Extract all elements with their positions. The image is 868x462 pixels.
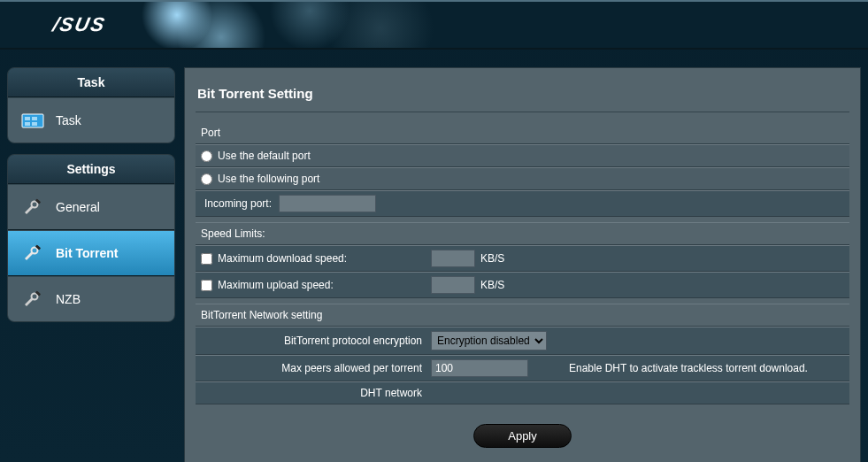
sidebar-item-label: Task: [56, 113, 81, 127]
port-following-radio[interactable]: [201, 173, 212, 185]
max-upload-label[interactable]: Maximum upload speed:: [201, 279, 422, 291]
svg-rect-2: [32, 117, 37, 120]
port-section: Port Use the default port Use the follow…: [196, 121, 849, 217]
max-peers-row: Max peers allowed per torrent Enable DHT…: [196, 355, 849, 381]
max-upload-row: Maximum upload speed: KB/S: [196, 272, 849, 298]
port-section-title: Port: [196, 121, 849, 144]
max-download-checkbox[interactable]: [201, 253, 212, 265]
incoming-port-label: Incoming port:: [201, 197, 279, 210]
port-following-row: Use the following port: [196, 167, 849, 190]
tools-icon: [20, 289, 45, 309]
max-peers-input[interactable]: [431, 359, 528, 377]
kbps-unit: KB/S: [480, 252, 504, 265]
encryption-select[interactable]: Encryption disabled: [431, 331, 547, 350]
incoming-port-input[interactable]: [279, 195, 376, 212]
max-upload-text: Maximum upload speed:: [218, 279, 334, 291]
svg-rect-4: [32, 122, 37, 126]
max-download-input[interactable]: [431, 250, 475, 267]
apply-button[interactable]: Apply: [473, 424, 572, 448]
max-upload-input[interactable]: [431, 276, 475, 294]
sidebar-item-nzb[interactable]: NZB: [8, 276, 174, 321]
settings-panel-header: Settings: [8, 155, 174, 184]
header: /SUS: [0, 0, 868, 50]
svg-point-9: [32, 294, 38, 300]
apply-row: Apply: [196, 410, 849, 448]
incoming-port-row: Incoming port:: [196, 190, 849, 217]
network-section-title: BitTorrent Network setting: [196, 304, 849, 327]
max-download-text: Maximum download speed:: [218, 252, 347, 265]
network-section: BitTorrent Network setting BitTorrent pr…: [196, 304, 849, 404]
max-download-label[interactable]: Maximum download speed:: [201, 252, 422, 265]
kbps-unit: KB/S: [480, 279, 504, 291]
settings-panel: Settings General: [7, 154, 175, 322]
port-following-text: Use the following port: [218, 173, 319, 185]
task-panel-header: Task: [8, 68, 174, 97]
max-upload-checkbox[interactable]: [201, 280, 212, 291]
body: Task Task Settings: [0, 50, 868, 462]
max-upload-cell: Maximum upload speed:: [201, 279, 431, 291]
svg-rect-3: [25, 122, 30, 126]
sidebar-item-label: NZB: [56, 292, 81, 306]
max-download-cell: Maximum download speed:: [201, 252, 431, 265]
title-divider: [196, 112, 849, 112]
sidebar-item-bittorrent[interactable]: Bit Torrent: [8, 230, 174, 276]
max-download-row: Maximum download speed: KB/S: [196, 245, 849, 272]
port-default-radio[interactable]: [201, 150, 212, 162]
tools-icon: [20, 243, 45, 263]
speed-section-title: Speed Limits:: [196, 222, 849, 245]
sidebar-item-label: Bit Torrent: [56, 246, 119, 260]
encryption-row: BitTorrent protocol encryption Encryptio…: [196, 327, 849, 355]
dht-label: DHT network: [201, 387, 431, 399]
svg-rect-1: [25, 117, 30, 120]
sidebar-item-label: General: [56, 200, 100, 214]
max-peers-label: Max peers allowed per torrent: [201, 362, 431, 374]
task-panel: Task Task: [7, 67, 175, 143]
main-panel: Bit Torrent Setting Port Use the default…: [184, 67, 861, 462]
dht-row: DHT network: [196, 381, 849, 404]
encryption-label: BitTorrent protocol encryption: [201, 335, 431, 347]
sidebar-item-general[interactable]: General: [8, 184, 174, 230]
port-default-label[interactable]: Use the default port: [201, 150, 311, 162]
task-icon: [20, 111, 45, 130]
port-following-label[interactable]: Use the following port: [201, 173, 319, 185]
svg-point-5: [32, 202, 38, 208]
page-title: Bit Torrent Setting: [196, 81, 849, 112]
app-root: /SUS Task Task: [0, 0, 868, 462]
svg-point-7: [32, 248, 38, 254]
port-default-text: Use the default port: [218, 150, 311, 162]
sidebar-item-task[interactable]: Task: [8, 97, 174, 142]
dht-hint: Enable DHT to activate trackless torrent…: [569, 362, 808, 374]
sidebar: Task Task Settings: [7, 67, 175, 462]
speed-section: Speed Limits: Maximum download speed: KB…: [196, 222, 849, 298]
port-default-row: Use the default port: [196, 144, 849, 167]
tools-icon: [20, 197, 45, 217]
brand-logo: /SUS: [50, 13, 108, 36]
